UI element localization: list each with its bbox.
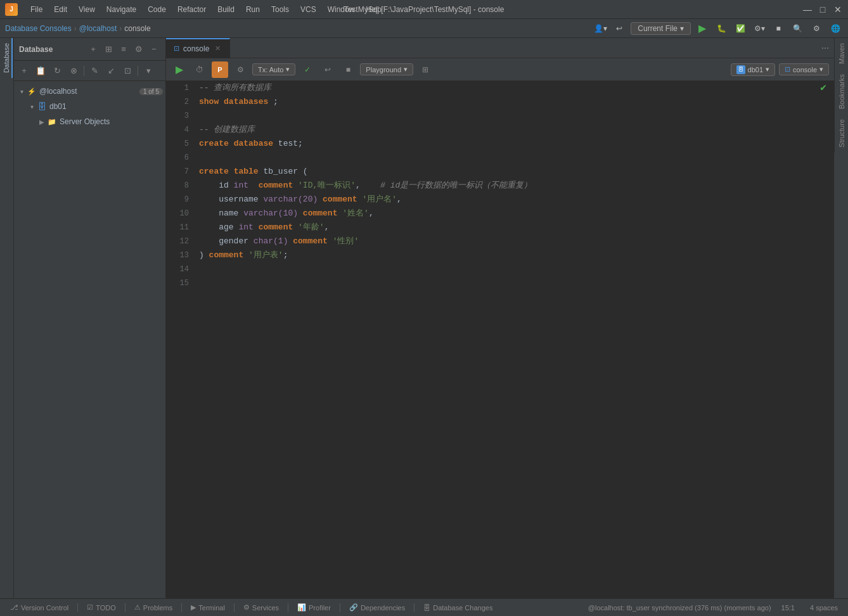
menu-navigate[interactable]: Navigate [101, 4, 141, 15]
db-refresh-btn[interactable]: ↻ [49, 63, 65, 79]
status-todo[interactable]: ☑ TODO [82, 602, 121, 613]
db-panel: Database + ⊞ ≡ ⚙ − + 📋 ↻ ⊗ ✎ ↙ ⊡ ▾ ▾ [14, 38, 166, 598]
debug-btn[interactable]: 🐛 [714, 21, 729, 36]
status-profiler[interactable]: 📊 Profiler [292, 602, 336, 613]
breadcrumb-localhost[interactable]: @localhost [79, 24, 117, 33]
db-settings-btn[interactable]: ⚙ [132, 43, 145, 56]
status-version-control[interactable]: ⎇ Version Control [5, 602, 74, 613]
settings-btn[interactable]: ⚙ [809, 21, 824, 36]
todo-icon: ☑ [87, 603, 93, 612]
close-button[interactable]: ✕ [833, 4, 843, 15]
run-nav-btn[interactable]: ▶ [695, 21, 710, 36]
tab-more-btn[interactable]: ⋯ [821, 44, 829, 53]
menu-edit[interactable]: Edit [49, 4, 72, 15]
current-file-button[interactable]: Current File ▾ [631, 22, 691, 35]
menu-build[interactable]: Build [212, 4, 240, 15]
code-line-9: username varchar(20) comment '用户名' , [199, 193, 829, 207]
db-jump-btn[interactable]: ↙ [103, 63, 119, 79]
line-num-8: 8 [166, 179, 189, 193]
line-num-15: 15 [166, 276, 189, 290]
db-view-btn[interactable]: ⊡ [120, 63, 135, 79]
run-config-btn[interactable]: ⚙▾ [752, 21, 767, 36]
db-add-btn[interactable]: + [87, 43, 100, 56]
commit-btn[interactable]: ✓ [299, 61, 316, 78]
sidebar-item-structure[interactable]: Structure [836, 114, 847, 153]
line-num-3: 3 [166, 109, 189, 123]
menu-code[interactable]: Code [143, 4, 171, 15]
table-view-btn[interactable]: ⊞ [417, 61, 434, 78]
sidebar-item-database[interactable]: Database [1, 38, 13, 78]
menu-tools[interactable]: Tools [266, 4, 294, 15]
db-filter-btn[interactable]: ▾ [141, 63, 156, 79]
history-btn[interactable]: ⏱ [191, 61, 208, 78]
db-new-btn[interactable]: + [16, 63, 32, 79]
code-line-12: gender char(1) comment '性别' [199, 234, 829, 248]
db-remove-btn[interactable]: ⊗ [66, 63, 81, 79]
maximize-button[interactable]: □ [818, 4, 828, 15]
status-problems[interactable]: ⚠ Problems [129, 602, 177, 613]
bookmarks-strip: Bookmarks [834, 69, 848, 114]
str-3: '姓名' [342, 207, 369, 221]
line-num-9: 9 [166, 193, 189, 207]
user-icon-btn[interactable]: 👤▾ [593, 21, 608, 36]
update-btn[interactable]: 🌐 [828, 21, 843, 36]
code-line-4: -- 创建数据库 [199, 123, 829, 137]
search-btn[interactable]: 🔍 [790, 21, 805, 36]
kw2-varchar-2: varchar(10) [243, 207, 298, 221]
console-selector[interactable]: ⊡ console ▾ [779, 63, 829, 75]
db-collapse-btn[interactable]: ≡ [117, 43, 130, 56]
db-copy-btn[interactable]: 📋 [33, 63, 48, 79]
status-indent[interactable]: 4 spaces [805, 603, 843, 613]
sidebar-item-maven[interactable]: Maven [836, 38, 847, 69]
kw2-varchar-1: varchar(20) [263, 193, 318, 207]
db-selector-label: db01 [748, 66, 763, 74]
p-btn[interactable]: P [212, 61, 228, 78]
vc-icon: ⎇ [10, 603, 18, 612]
coverage-btn[interactable]: ✅ [733, 21, 748, 36]
status-services[interactable]: ⚙ Services [238, 602, 284, 613]
db-selector[interactable]: 🗄 db01 ▾ [731, 63, 775, 76]
menu-view[interactable]: View [74, 4, 100, 15]
stop-nav-btn[interactable]: ■ [771, 21, 786, 36]
left-side-strip: Database [0, 38, 14, 598]
db-close-btn[interactable]: − [148, 43, 160, 56]
playground-btn[interactable]: Playground ▾ [360, 63, 413, 75]
line-num-14: 14 [166, 262, 189, 276]
tree-item-localhost[interactable]: ▾ ⚡ @localhost 1 of 5 [14, 84, 165, 99]
structure-strip: Structure [834, 114, 848, 153]
breadcrumb-database-consoles[interactable]: Database Consoles [5, 24, 72, 33]
back-icon-btn[interactable]: ↩ [612, 21, 627, 36]
tree-icon-localhost: ⚡ [27, 86, 37, 96]
db-panel-title: Database [19, 45, 53, 54]
console-tab-close[interactable]: ✕ [213, 44, 222, 53]
console-tab-main[interactable]: ⊡ console ✕ [166, 38, 230, 58]
status-terminal[interactable]: ▶ Terminal [186, 602, 230, 613]
kw2-int-2: int [238, 221, 253, 234]
rollback-btn[interactable]: ↩ [319, 61, 336, 78]
run-sql-btn[interactable]: ▶ [171, 61, 188, 78]
menu-vcs[interactable]: VCS [295, 4, 321, 15]
code-editor[interactable]: 1 2 3 4 5 6 ✔ 7 8 9 10 11 12 13 14 15 [166, 81, 834, 598]
code-comment-4: -- 创建数据库 [199, 123, 255, 137]
menu-refactor[interactable]: Refactor [172, 4, 211, 15]
menu-run[interactable]: Run [241, 4, 265, 15]
minimize-button[interactable]: — [802, 4, 813, 15]
sidebar-item-bookmarks[interactable]: Bookmarks [836, 69, 847, 114]
line-num-4: 4 [166, 123, 189, 137]
tx-dropdown[interactable]: Tx: Auto ▾ [252, 63, 295, 75]
tx-arrow: ▾ [286, 65, 290, 74]
menu-file[interactable]: File [25, 4, 48, 15]
problems-icon: ⚠ [134, 603, 141, 612]
db-expand-btn[interactable]: ⊞ [102, 43, 115, 56]
kw-comment-4: comment [259, 221, 293, 234]
tree-item-db01[interactable]: ▾ 🗄 db01 [14, 99, 165, 114]
tree-item-server-objects[interactable]: ▶ 📁 Server Objects [14, 114, 165, 129]
status-sep1 [77, 603, 78, 612]
sql-settings-btn[interactable]: ⚙ [232, 61, 248, 78]
status-dependencies[interactable]: 🔗 Dependencies [344, 602, 410, 613]
stop-sql-btn[interactable]: ■ [340, 61, 356, 78]
status-position[interactable]: 15:1 [776, 603, 800, 613]
db-edit-btn[interactable]: ✎ [87, 63, 102, 79]
line-num-5: 5 [166, 137, 189, 151]
status-db-changes[interactable]: 🗄 Database Changes [418, 603, 498, 613]
